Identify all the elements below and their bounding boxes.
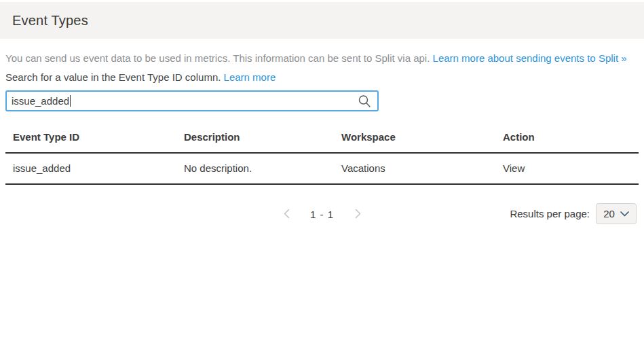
column-header-description: Description — [176, 123, 334, 153]
column-header-workspace: Workspace — [334, 123, 495, 153]
table-header-row: Event Type ID Description Workspace Acti… — [5, 123, 639, 153]
search-icon[interactable] — [358, 94, 371, 108]
cell-description: No description. — [176, 153, 334, 184]
main-content: You can send us event data to be used in… — [0, 52, 644, 224]
event-types-table: Event Type ID Description Workspace Acti… — [5, 123, 639, 185]
cell-event-type-id: issue_added — [5, 153, 176, 184]
view-action-link[interactable]: View — [503, 162, 525, 174]
column-header-action: Action — [495, 123, 639, 153]
results-per-page-select[interactable]: 20 — [596, 203, 637, 224]
results-per-page-value: 20 — [603, 208, 615, 219]
table-row: issue_added No description. Vacations Vi… — [5, 153, 639, 184]
page-header: Event Types — [0, 2, 644, 39]
chevron-down-icon — [620, 211, 629, 217]
table-footer: 1 - 1 Results per page: 20 — [5, 203, 639, 224]
page-range: 1 - 1 — [310, 208, 334, 219]
intro-text-body: You can send us event data to be used in… — [5, 52, 433, 64]
search-hint-text: Search for a value in the Event Type ID … — [5, 71, 639, 84]
next-page-icon[interactable] — [354, 209, 362, 219]
page-title: Event Types — [12, 13, 88, 29]
previous-page-icon[interactable] — [282, 209, 290, 219]
intro-text: You can send us event data to be used in… — [5, 52, 639, 65]
results-per-page: Results per page: 20 — [510, 203, 637, 224]
text-caret — [70, 95, 71, 107]
learn-more-link[interactable]: Learn more — [224, 71, 276, 83]
column-header-event-type-id: Event Type ID — [5, 123, 176, 153]
results-per-page-label: Results per page: — [510, 208, 590, 219]
pagination: 1 - 1 — [282, 208, 362, 219]
search-input-value: issue_added — [12, 95, 69, 107]
search-input[interactable]: issue_added — [5, 90, 379, 111]
learn-more-sending-events-link[interactable]: Learn more about sending events to Split… — [433, 52, 627, 64]
search-hint-body: Search for a value in the Event Type ID … — [5, 71, 224, 83]
cell-workspace: Vacations — [334, 153, 495, 184]
